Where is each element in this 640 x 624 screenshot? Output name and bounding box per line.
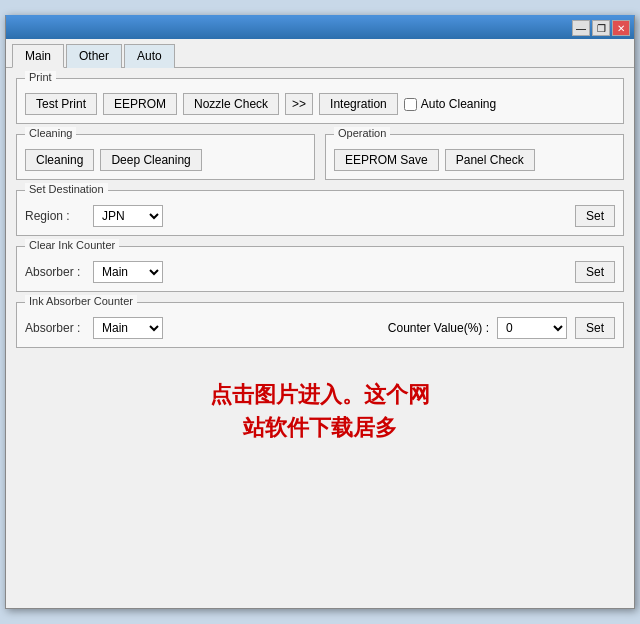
auto-cleaning-label: Auto Cleaning [421,97,496,111]
clear-ink-set-button[interactable]: Set [575,261,615,283]
clear-ink-counter-section: Clear Ink Counter Absorber : Main Sub Se… [16,246,624,292]
tab-auto[interactable]: Auto [124,44,175,68]
integration-button[interactable]: Integration [319,93,398,115]
ink-absorber-set-button[interactable]: Set [575,317,615,339]
deep-cleaning-button[interactable]: Deep Cleaning [100,149,201,171]
panel-check-button[interactable]: Panel Check [445,149,535,171]
ink-absorber-label: Absorber : [25,321,85,335]
chinese-text-line2: 站软件下载居多 [16,411,624,444]
eeprom-button[interactable]: EEPROM [103,93,177,115]
cleaning-button[interactable]: Cleaning [25,149,94,171]
minimize-button[interactable]: — [572,20,590,36]
cleaning-operation-row: Cleaning Cleaning Deep Cleaning Operatio… [16,134,624,180]
clear-absorber-label: Absorber : [25,265,85,279]
counter-value-select[interactable]: 0 10 20 [497,317,567,339]
print-section: Print Test Print EEPROM Nozzle Check >> … [16,78,624,124]
title-bar: — ❐ ✕ [6,17,634,39]
counter-value-label: Counter Value(%) : [388,321,489,335]
clear-ink-set-wrap: Set [575,261,615,283]
set-destination-set-wrap: Set [575,205,615,227]
arrow-button[interactable]: >> [285,93,313,115]
operation-section: Operation EEPROM Save Panel Check [325,134,624,180]
restore-button[interactable]: ❐ [592,20,610,36]
tab-other[interactable]: Other [66,44,122,68]
operation-section-title: Operation [334,127,390,139]
test-print-button[interactable]: Test Print [25,93,97,115]
nozzle-check-button[interactable]: Nozzle Check [183,93,279,115]
auto-cleaning-group: Auto Cleaning [404,97,496,111]
chinese-text-block: 点击图片进入。这个网 站软件下载居多 [16,378,624,444]
print-section-title: Print [25,71,56,83]
cleaning-section-title: Cleaning [25,127,76,139]
region-label: Region : [25,209,85,223]
clear-ink-counter-title: Clear Ink Counter [25,239,119,251]
set-destination-section: Set Destination Region : JPN USA EUR Set [16,190,624,236]
auto-cleaning-checkbox[interactable] [404,98,417,111]
clear-absorber-select[interactable]: Main Sub [93,261,163,283]
cleaning-section: Cleaning Cleaning Deep Cleaning [16,134,315,180]
tab-main[interactable]: Main [12,44,64,68]
set-destination-title: Set Destination [25,183,108,195]
set-destination-set-button[interactable]: Set [575,205,615,227]
eeprom-save-button[interactable]: EEPROM Save [334,149,439,171]
ink-absorber-counter-title: Ink Absorber Counter [25,295,137,307]
tab-bar: Main Other Auto [6,39,634,68]
chinese-text-line1: 点击图片进入。这个网 [16,378,624,411]
main-window: — ❐ ✕ Main Other Auto Print Test Print E… [5,15,635,609]
main-content: Print Test Print EEPROM Nozzle Check >> … [6,68,634,608]
region-select[interactable]: JPN USA EUR [93,205,163,227]
ink-absorber-select[interactable]: Main Sub [93,317,163,339]
close-button[interactable]: ✕ [612,20,630,36]
ink-absorber-counter-section: Ink Absorber Counter Absorber : Main Sub… [16,302,624,348]
